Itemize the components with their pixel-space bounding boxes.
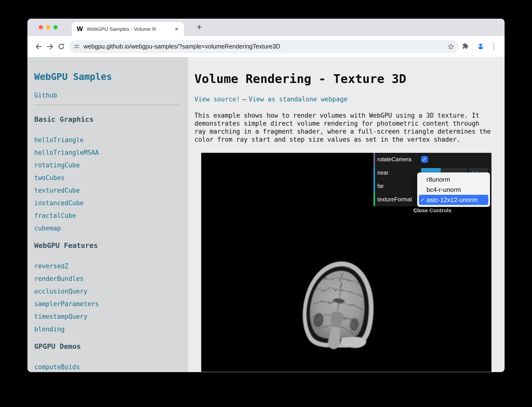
tab-strip: W WebGPU Samples - Volume R ✕ + [27, 19, 505, 36]
sidebar-item-renderBundles[interactable]: renderBundles [34, 272, 188, 285]
mri-brain-image [289, 257, 387, 358]
browser-window: W WebGPU Samples - Volume R ✕ + webgpu.g… [27, 19, 505, 372]
dropdown-option-label: bc4-r-unorm [427, 186, 461, 194]
tab-close-icon[interactable]: ✕ [174, 26, 180, 33]
rotate-camera-checkbox[interactable]: ✓ [421, 156, 428, 163]
sidebar-item-blending[interactable]: blending [34, 323, 188, 335]
sidebar-item-twoCubes[interactable]: twoCubes [34, 171, 188, 184]
browser-tab[interactable]: W WebGPU Samples - Volume R ✕ [72, 22, 184, 36]
gui-row-label: textureFormat [375, 196, 421, 203]
sidebar-item-samplerParameters[interactable]: samplerParameters [34, 298, 188, 310]
view-source-link[interactable]: View source! [194, 96, 240, 103]
sidebar-item-fractalCube[interactable]: fractalCube [34, 209, 188, 222]
sidebar-title: WebGPU Samples [34, 71, 188, 82]
description-text: This example shows how to render volumes… [194, 112, 498, 144]
minimize-window-button[interactable] [46, 25, 50, 29]
sidebar-divider [34, 105, 180, 105]
reload-icon [58, 43, 65, 50]
sidebar-item-cubemap[interactable]: cubemap [34, 222, 188, 235]
forward-button[interactable] [44, 41, 56, 52]
gui-row-label: near [375, 170, 421, 176]
sidebar-item-helloTriangleMSAA[interactable]: helloTriangleMSAA [34, 146, 188, 159]
dropdown-option-label: r8unorm [427, 176, 450, 183]
gui-row-label: rotateCamera [375, 156, 421, 163]
dropdown-option-astc-12x12-unorm[interactable]: ✓ astc-12x12-unorm [419, 195, 488, 205]
extensions-button[interactable] [462, 43, 469, 50]
back-arrow-icon [35, 43, 43, 50]
url-input[interactable]: webgpu.github.io/webgpu-samples/?sample=… [69, 40, 459, 53]
sidebar-item-rotatingCube[interactable]: rotatingCube [34, 159, 188, 171]
sidebar-item-texturedCube[interactable]: texturedCube [34, 184, 188, 197]
profile-button[interactable] [477, 42, 485, 51]
section-heading-basic-graphics: Basic Graphics [34, 115, 188, 123]
site-settings-icon [74, 43, 80, 50]
gui-row-rotate-camera: rotateCamera ✓ [374, 153, 491, 166]
traffic-lights [39, 25, 58, 29]
back-button[interactable] [33, 41, 44, 52]
puzzle-icon [462, 43, 469, 49]
main-content: Volume Rendering - Texture 3D View sourc… [188, 57, 505, 372]
new-tab-button[interactable]: + [194, 22, 205, 33]
webgpu-logo-icon: W [76, 25, 83, 33]
sidebar-item-occlusionQuery[interactable]: occlusionQuery [34, 285, 188, 298]
gui-row-label: far [375, 183, 421, 189]
section-heading-gpgpu-demos: GPGPU Demos [34, 342, 188, 350]
close-window-button[interactable] [39, 25, 43, 29]
page-content: WebGPU Samples Github Basic Graphics hel… [27, 57, 505, 372]
dropdown-check-icon: ✓ [419, 197, 427, 203]
url-text: webgpu.github.io/webgpu-samples/?sample=… [83, 43, 447, 50]
links-row: View source!—View as standalone webpage [194, 96, 505, 103]
dropdown-option-label: astc-12x12-unorm [427, 196, 478, 204]
toolbar-right-cluster: ⋮ [462, 42, 499, 51]
close-controls-button[interactable]: Close Controls [374, 206, 491, 215]
standalone-link[interactable]: View as standalone webpage [249, 96, 348, 103]
sidebar-nav-gpgpu-demos: computeBoids [34, 361, 188, 372]
checkmark-icon: ✓ [422, 157, 426, 162]
toolbar-separator [473, 43, 473, 50]
menu-button[interactable]: ⋮ [489, 42, 499, 51]
sidebar-item-computeBoids[interactable]: computeBoids [34, 361, 188, 372]
render-canvas[interactable]: rotateCamera ✓ near 4.3 far [201, 153, 491, 372]
sidebar-item-helloTriangle[interactable]: helloTriangle [34, 134, 188, 146]
tab-title: WebGPU Samples - Volume R [87, 26, 174, 32]
zoom-window-button[interactable] [53, 25, 58, 29]
avatar-icon [477, 42, 485, 50]
forward-arrow-icon [46, 43, 54, 50]
sidebar-item-reversedZ[interactable]: reversedZ [34, 260, 188, 272]
sidebar-link-github[interactable]: Github [34, 92, 188, 99]
reload-button[interactable] [56, 41, 67, 52]
sidebar: WebGPU Samples Github Basic Graphics hel… [27, 57, 188, 372]
page-title: Volume Rendering - Texture 3D [194, 72, 505, 86]
dropdown-option-bc4-r-unorm[interactable]: bc4-r-unorm [419, 185, 488, 195]
dropdown-option-r8unorm[interactable]: r8unorm [419, 174, 488, 185]
sidebar-item-timestampQuery[interactable]: timestampQuery [34, 310, 188, 323]
link-separator: — [242, 96, 246, 103]
bookmark-star-icon[interactable] [447, 43, 454, 50]
sidebar-nav-webgpu-features: reversedZ renderBundles occlusionQuery s… [34, 260, 188, 335]
sidebar-item-instancedCube[interactable]: instancedCube [34, 197, 188, 209]
section-heading-webgpu-features: WebGPU Features [34, 241, 188, 250]
browser-toolbar: webgpu.github.io/webgpu-samples/?sample=… [27, 36, 505, 57]
sidebar-nav-basic-graphics: helloTriangle helloTriangleMSAA rotating… [34, 134, 188, 235]
texture-format-dropdown: r8unorm bc4-r-unorm ✓ astc-12x12-unorm [417, 172, 490, 207]
